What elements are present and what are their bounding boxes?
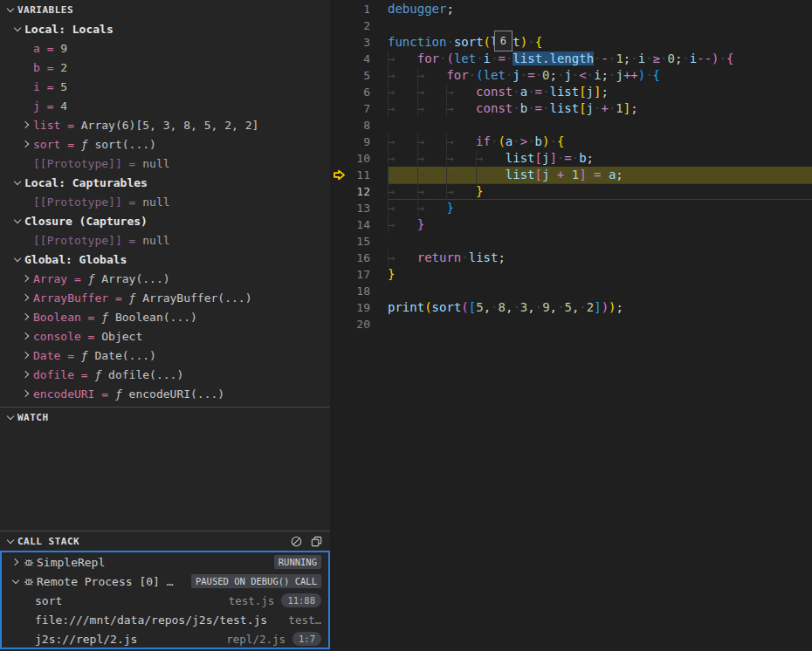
variable-row[interactable]: b = 2 (0, 58, 330, 77)
gutter-margin[interactable] (330, 67, 348, 84)
gutter-margin[interactable] (330, 299, 348, 316)
gutter-margin[interactable] (330, 17, 348, 34)
call-stack-frame-row[interactable]: j2s://repl/2.jsrepl/2.js1:7 (2, 629, 328, 648)
scope-row[interactable]: Global: Globals (0, 250, 330, 269)
line-number[interactable]: 14 (348, 216, 370, 233)
call-stack-frame-row[interactable]: file:///mnt/data/repos/j2s/test.jstest… (2, 610, 328, 629)
gutter-margin[interactable] (330, 250, 348, 266)
line-number[interactable]: 19 (348, 299, 370, 316)
variable-row[interactable]: i = 5 (0, 77, 330, 96)
code-line[interactable]: 3function·sort(list)·{6 (330, 34, 812, 51)
line-number[interactable]: 11 (348, 167, 370, 183)
gutter-margin[interactable] (330, 233, 348, 250)
gutter-margin[interactable] (330, 316, 348, 332)
scope-row[interactable]: Closure (Captures) (0, 211, 330, 230)
line-number[interactable]: 7 (348, 100, 370, 117)
call-stack-session-row[interactable]: Remote Process [0] …PAUSED ON DEBUG() CA… (2, 572, 328, 591)
code-line-content[interactable]: } (388, 200, 812, 216)
code-line[interactable]: 1debugger; (330, 1, 812, 17)
code-line[interactable]: 15 (330, 233, 812, 250)
code-line-content[interactable]: const·b·=·list[j·+·1]; (388, 100, 812, 117)
variable-row[interactable]: Boolean = ƒ Boolean(...) (0, 307, 330, 326)
code-editor[interactable]: 1debugger;23function·sort(list)·{64for·(… (330, 0, 812, 651)
code-line-content[interactable] (388, 233, 812, 250)
line-number[interactable]: 17 (348, 266, 370, 283)
code-line-content[interactable]: for·(let·i·=·list.length·-·1;·i·≥·0;·i--… (388, 51, 812, 67)
code-line[interactable]: 8 (330, 117, 812, 134)
code-line[interactable]: 7const·b·=·list[j·+·1]; (330, 100, 812, 117)
collapse-all-icon[interactable] (310, 535, 323, 548)
gutter-margin[interactable] (330, 200, 348, 216)
circle-slash-icon[interactable] (290, 535, 303, 548)
gutter-margin[interactable] (330, 134, 348, 150)
scope-row[interactable]: Local: Locals (0, 19, 330, 38)
code-line[interactable]: 6const·a·=·list[j]; (330, 84, 812, 100)
code-line[interactable]: 4for·(let·i·=·list.length·-·1;·i·≥·0;·i-… (330, 51, 812, 67)
line-number[interactable]: 13 (348, 200, 370, 216)
code-line-content[interactable] (388, 283, 812, 299)
line-number[interactable]: 3 (348, 34, 370, 51)
code-line[interactable]: 11list[j·+·1]·=·a; (330, 167, 812, 183)
gutter-margin[interactable] (330, 183, 348, 200)
gutter-margin[interactable] (330, 51, 348, 67)
variable-row[interactable]: dofile = ƒ dofile(...) (0, 365, 330, 384)
code-line-content[interactable]: return·list; (388, 250, 812, 266)
line-number[interactable]: 12 (348, 183, 370, 200)
variable-row[interactable]: a = 9 (0, 38, 330, 58)
code-line-content[interactable] (388, 117, 812, 134)
variable-row[interactable]: [[Prototype]] = null (0, 230, 330, 250)
code-line-content[interactable]: } (388, 266, 812, 283)
code-line[interactable]: 13} (330, 200, 812, 216)
code-line-content[interactable]: debugger; (388, 1, 812, 17)
line-number[interactable]: 5 (348, 67, 370, 84)
gutter-margin[interactable] (330, 1, 348, 17)
code-line[interactable]: 10list[j]·=·b; (330, 150, 812, 167)
call-stack-frame-row[interactable]: sorttest.js11:88 (2, 591, 328, 610)
gutter-margin[interactable] (330, 34, 348, 51)
variable-row[interactable]: [[Prototype]] = null (0, 154, 330, 173)
line-number[interactable]: 4 (348, 51, 370, 67)
code-line[interactable]: 19print(sort([5,·8,·3,·9,·5,·2])); (330, 299, 812, 316)
variable-row[interactable]: Array = ƒ Array(...) (0, 269, 330, 288)
variable-row[interactable]: sort = ƒ sort(...) (0, 134, 330, 154)
variable-row[interactable]: j = 4 (0, 96, 330, 115)
variable-row[interactable]: ArrayBuffer = ƒ ArrayBuffer(...) (0, 288, 330, 307)
line-number[interactable]: 15 (348, 233, 370, 250)
line-number[interactable]: 18 (348, 283, 370, 299)
code-line[interactable]: 20 (330, 316, 812, 332)
code-line-content[interactable] (388, 316, 812, 332)
variable-row[interactable]: list = Array(6)[5, 3, 8, 5, 2, 2] (0, 115, 330, 134)
gutter-margin[interactable] (330, 266, 348, 283)
code-line[interactable]: 12} (330, 183, 812, 200)
scope-row[interactable]: Local: Capturables (0, 173, 330, 192)
variable-row[interactable]: encodeURI = ƒ encodeURI(...) (0, 384, 330, 403)
code-line-content[interactable]: } (388, 216, 812, 233)
code-line-content[interactable]: for·(let·j·=·0;·j·<·i;·j++)·{ (388, 67, 812, 84)
line-number[interactable]: 9 (348, 134, 370, 150)
gutter-margin[interactable] (330, 216, 348, 233)
variables-panel-header[interactable]: VARIABLES (0, 0, 330, 19)
line-number[interactable]: 10 (348, 150, 370, 167)
code-line[interactable]: 9if·(a·>·b)·{ (330, 134, 812, 150)
code-line-content[interactable]: list[j·+·1]·=·a; (388, 167, 812, 183)
line-number[interactable]: 1 (348, 1, 370, 17)
variable-row[interactable]: console = Object (0, 326, 330, 346)
call-stack-panel-header[interactable]: CALL STACK (0, 531, 330, 551)
call-stack-session-row[interactable]: SimpleReplRUNNING (2, 552, 328, 572)
line-number[interactable]: 8 (348, 117, 370, 134)
code-line-content[interactable]: if·(a·>·b)·{ (388, 134, 812, 150)
gutter-margin[interactable] (330, 283, 348, 299)
code-line[interactable]: 17} (330, 266, 812, 283)
gutter-margin[interactable] (330, 84, 348, 100)
code-line[interactable]: 14} (330, 216, 812, 233)
code-line-content[interactable]: print(sort([5,·8,·3,·9,·5,·2])); (388, 299, 812, 316)
code-line[interactable]: 2 (330, 17, 812, 34)
code-line-content[interactable]: function·sort(list)·{6 (388, 34, 812, 51)
variable-row[interactable]: Date = ƒ Date(...) (0, 346, 330, 365)
code-line-content[interactable]: } (388, 183, 812, 200)
line-number[interactable]: 2 (348, 17, 370, 34)
code-line-content[interactable]: const·a·=·list[j]; (388, 84, 812, 100)
line-number[interactable]: 6 (348, 84, 370, 100)
line-number[interactable]: 20 (348, 316, 370, 332)
gutter-margin[interactable] (330, 117, 348, 134)
